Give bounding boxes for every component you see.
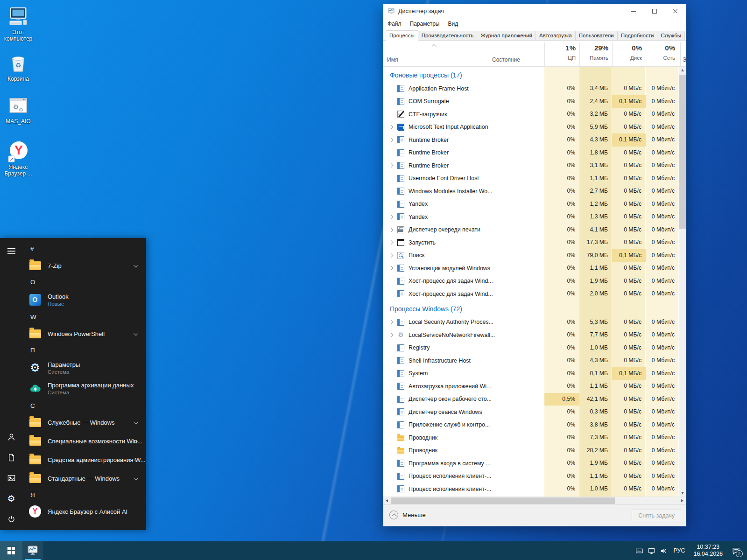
horizontal-scrollbar-thumb[interactable] [391,497,615,504]
process-row[interactable]: Yandex0%1,2 МБ0 МБ/с0 Мбит/с [383,198,679,211]
process-row[interactable]: Registry0%1,0 МБ0 МБ/с0 Мбит/с [383,342,679,355]
process-row[interactable]: Программа входа в систему ...0%1,9 МБ0 М… [383,457,679,470]
process-row[interactable]: Запустить0%17,3 МБ0 МБ/с0 Мбит/с [383,236,679,249]
expand-chevron-icon[interactable] [389,266,394,271]
touch-keyboard-icon[interactable] [633,541,645,560]
expand-chevron-icon[interactable] [389,125,394,129]
process-row[interactable]: ⚙LocalServiceNoNetworkFirewall...0%7,7 М… [383,329,679,342]
process-row[interactable]: System0%0,1 МБ0,1 МБ/с0 Мбит/с [383,367,679,380]
start-button[interactable] [0,541,22,560]
power-icon[interactable] [0,509,22,529]
start-section-letter[interactable]: # [22,242,146,256]
process-group-header[interactable]: Процессы Windows (72) [383,301,679,316]
start-menu-item[interactable]: YЯндекс Браузер с Алисой AI [22,502,146,521]
column-disk[interactable]: 0% Диск [612,41,642,61]
process-row[interactable]: Runtime Broker0%3,1 МБ0 МБ/с0 Мбит/с [383,159,679,172]
chevron-down-icon[interactable] [134,420,138,424]
process-row[interactable]: Автозагрузка приложений Wi...0%1,1 МБ0 М… [383,380,679,393]
scroll-left-icon[interactable] [383,497,390,504]
process-row[interactable]: Проводник0%7,3 МБ0 МБ/с0 Мбит/с [383,431,679,444]
process-row[interactable]: Хост-процесс для задач Wind...0%2,0 МБ0 … [383,287,679,301]
volume-icon[interactable] [657,541,669,560]
start-menu-item[interactable]: Специальные возможности Win... [22,432,146,450]
process-row[interactable]: Проводник0%28,2 МБ0 МБ/с0 Мбит/с [383,444,679,457]
start-menu-item[interactable]: Служебные — Windows [22,413,146,432]
process-row[interactable]: CTF-загрузчик0%3,2 МБ0 МБ/с0 Мбит/с [383,108,679,121]
process-row[interactable]: Установщик модулей Windows0%1,1 МБ0 МБ/с… [383,262,679,275]
language-indicator[interactable]: РУС [669,547,689,554]
tab-Журнал приложений[interactable]: Журнал приложений [477,31,536,40]
start-section-letter[interactable]: С [22,399,146,413]
process-group-header[interactable]: Фоновые процессы (17) [383,67,679,82]
process-row[interactable]: Local Security Authority Proces...0%5,3 … [383,316,679,329]
process-row[interactable]: Application Frame Host0%3,4 МБ0 МБ/с0 Мб… [383,82,679,95]
scroll-down-icon[interactable] [679,490,686,497]
process-row[interactable]: Runtime Broker0%1,8 МБ0 МБ/с0 Мбит/с [383,147,679,160]
start-menu-item[interactable]: 7-Zip [22,256,146,275]
end-task-button[interactable]: Снять задачу [632,510,681,521]
tab-Процессы[interactable]: Процессы [386,30,418,40]
process-row[interactable]: COM Surrogate0%2,4 МБ0,1 МБ/с0 Мбит/с [383,95,679,108]
expand-chevron-icon[interactable] [389,215,394,219]
menu-вид[interactable]: Вид [448,19,462,28]
chevron-down-icon[interactable] [134,263,138,267]
process-row[interactable]: Приложение служб и контро...0%3,8 МБ0 МБ… [383,419,679,432]
tab-Пользователи[interactable]: Пользователи [575,31,618,40]
start-menu-item[interactable]: OOutlookНовые [22,289,146,310]
process-row[interactable]: Shell Infrastructure Host0%4,3 МБ0 МБ/с0… [383,354,679,367]
process-row[interactable]: Runtime Broker0%4,3 МБ0,1 МБ/с0 Мбит/с [383,133,679,147]
start-section-letter[interactable]: П [22,343,146,357]
process-row[interactable]: Процесс исполнения клиент-...0%1,1 МБ0 М… [383,470,679,483]
process-row[interactable]: Usermode Font Driver Host0%1,1 МБ0 МБ/с0… [383,172,679,185]
desktop-icon-mas-aio[interactable]: ⚙⚙MAS_AIO [0,95,36,125]
horizontal-scrollbar[interactable] [383,497,686,504]
start-section-letter[interactable]: W [22,310,146,324]
pictures-icon[interactable] [0,468,22,488]
process-row[interactable]: Процесс исполнения клиент-...0%1,0 МБ0 М… [383,483,679,496]
start-menu-item[interactable]: Windows PowerShell [22,324,146,343]
vertical-scrollbar-thumb[interactable] [679,75,686,229]
start-section-letter[interactable]: O [22,275,146,289]
expand-chevron-icon[interactable] [389,227,394,232]
tab-Производительность[interactable]: Производительность [418,31,478,40]
process-row[interactable]: Диспетчер сеанса Windows0%0,3 МБ0 МБ/с0 … [383,406,679,419]
chevron-down-icon[interactable] [134,331,138,336]
tab-Автозагрузка[interactable]: Автозагрузка [536,31,576,40]
process-row[interactable]: Диспетчер окон рабочего сто...0,5%42,1 М… [383,393,679,406]
close-button[interactable] [665,4,686,18]
fewer-details-button[interactable]: Меньше [389,511,426,519]
hamburger-menu-icon[interactable] [0,241,22,261]
expand-chevron-icon[interactable] [389,163,394,168]
chevron-down-icon[interactable] [134,476,138,480]
start-menu-item[interactable]: Средства администрирования W... [22,450,146,469]
expand-chevron-icon[interactable] [389,138,394,142]
column-network[interactable]: 0% Сеть [646,41,675,61]
user-account-icon[interactable] [0,427,22,447]
process-row[interactable]: Диспетчер очереди печати0%4,1 МБ0 МБ/с0 … [383,224,679,237]
column-cpu[interactable]: 1% ЦП [544,41,576,61]
settings-icon[interactable]: ⚙ [0,488,22,509]
process-row[interactable]: Yandex0%1,3 МБ0 МБ/с0 Мбит/с [383,210,679,224]
minimize-button[interactable] [623,4,644,18]
scroll-up-icon[interactable] [679,67,686,74]
process-row[interactable]: Windows Modules Installer Wo...0%2,7 МБ0… [383,185,679,198]
documents-icon[interactable] [0,447,22,468]
menu-параметры[interactable]: Параметры [410,19,444,28]
process-row[interactable]: Поиск0%79,0 МБ0,1 МБ/с0 Мбит/с [383,249,679,262]
process-row[interactable]: Microsoft Text Input Application0%5,9 МБ… [383,121,679,134]
desktop-icon-this-pc[interactable]: Этот компьютер [0,6,36,42]
expand-chevron-icon[interactable] [389,240,394,245]
start-section-letter[interactable]: Я [22,488,146,502]
tab-Службы[interactable]: Службы [657,31,685,40]
start-menu-item[interactable]: Программа архивации данныхСистема [22,378,146,399]
tab-Подробности[interactable]: Подробности [617,31,658,40]
expand-chevron-icon[interactable] [389,253,394,258]
title-bar[interactable]: Диспетчер задач [383,4,686,18]
action-center-button[interactable]: 2 [727,541,744,560]
taskbar-clock[interactable]: 10:37:23 16.04.2026 [689,544,727,558]
column-name[interactable]: Имя [387,56,398,63]
expand-chevron-icon[interactable] [389,333,394,337]
column-status[interactable]: Состояние [492,56,520,63]
column-memory[interactable]: 29% Память [579,41,608,61]
column-clipped[interactable]: Э [683,56,687,63]
